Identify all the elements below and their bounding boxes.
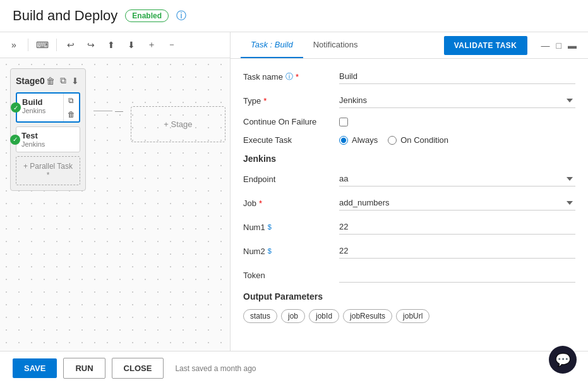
num2-input[interactable] — [339, 243, 575, 259]
undo-button[interactable]: ↩ — [62, 36, 80, 54]
num2-label: Num2 $ — [243, 247, 332, 256]
zoom-in-button[interactable]: ＋ — [143, 36, 160, 54]
task-name-label: Task name ⓘ * — [243, 71, 332, 82]
chat-icon: 💬 — [555, 352, 571, 367]
task-build[interactable]: ✓ Build Jenkins ⧉ 🗑 — [16, 92, 80, 123]
chevron-left-icon[interactable]: » — [5, 36, 23, 54]
continue-failure-checkbox[interactable] — [339, 118, 348, 126]
validate-task-button[interactable]: VALIDATE TASK — [444, 36, 527, 55]
new-stage-label: + Stage — [164, 119, 192, 129]
header-actions: VALIDATE TASK — □ ▬ — [444, 36, 578, 55]
always-radio[interactable] — [339, 136, 348, 145]
page-header: Build and Deploy Enabled ⓘ — [0, 0, 588, 32]
tab-notifications[interactable]: Notifications — [303, 32, 368, 58]
type-required: * — [263, 96, 267, 106]
task-test-status-icon: ✓ — [10, 135, 20, 145]
execute-task-row: Execute Task Always On Condition — [243, 135, 575, 145]
param-status: status — [243, 309, 277, 323]
connector-line — [93, 111, 112, 111]
config-header: Task : Build Notifications VALIDATE TASK… — [231, 32, 588, 59]
minimize-button[interactable]: — — [540, 39, 551, 52]
jenkins-section-heading: Jenkins — [243, 154, 575, 164]
param-jobresults: jobResults — [343, 309, 392, 323]
stage-actions: 🗑 ⧉ ⬇ — [45, 74, 80, 87]
download-icon[interactable]: ⬇ — [123, 36, 140, 54]
param-joburl: jobUrl — [396, 309, 429, 323]
execute-task-label: Execute Task — [243, 135, 332, 145]
token-label: Token — [243, 271, 332, 280]
stage-delete-button[interactable]: 🗑 — [45, 74, 56, 87]
param-job: job — [281, 309, 305, 323]
main-content: » ⌨ ↩ ↪ ⬆ ⬇ ＋ － Stage0 🗑 ⧉ — [0, 32, 588, 351]
stage-export-button[interactable]: ⬇ — [70, 74, 80, 87]
close-button[interactable]: CLOSE — [112, 358, 164, 379]
parallel-task-label: + Parallel Task * — [23, 162, 73, 180]
task-build-content: Build Jenkins — [17, 94, 63, 121]
endpoint-row: Endpoint aa — [243, 171, 575, 186]
config-panel: Task : Build Notifications VALIDATE TASK… — [231, 32, 588, 351]
stage-connector-group: — — [93, 106, 123, 116]
keyboard-icon[interactable]: ⌨ — [33, 36, 51, 54]
enabled-badge: Enabled — [125, 9, 169, 22]
restore-button[interactable]: □ — [555, 39, 563, 52]
job-row: Job * add_numbers — [243, 195, 575, 211]
redo-button[interactable]: ↪ — [82, 36, 100, 54]
task-test-type: Jenkins — [21, 140, 75, 148]
parallel-task-area[interactable]: + Parallel Task * — [16, 156, 80, 185]
execute-task-radio-group: Always On Condition — [339, 135, 448, 145]
on-condition-option[interactable]: On Condition — [388, 135, 448, 145]
save-button[interactable]: SAVE — [13, 358, 57, 378]
task-test[interactable]: ✓ Test Jenkins — [16, 126, 80, 152]
task-name-row: Task name ⓘ * — [243, 69, 575, 84]
token-input[interactable] — [339, 267, 575, 283]
token-row: Token — [243, 267, 575, 283]
param-jobid: jobId — [309, 309, 339, 323]
run-button[interactable]: RUN — [63, 358, 105, 379]
stage-copy-button[interactable]: ⧉ — [59, 74, 68, 87]
num2-row: Num2 $ — [243, 243, 575, 259]
footer: SAVE RUN CLOSE Last saved a month ago — [0, 351, 588, 385]
output-params-section: Output Parameters status job jobId jobRe… — [243, 291, 575, 323]
task-build-copy-btn[interactable]: ⧉ — [64, 94, 79, 107]
type-label: Type * — [243, 96, 332, 106]
separator — [28, 39, 28, 51]
job-select[interactable]: add_numbers — [339, 195, 575, 211]
task-build-status-icon: ✓ — [11, 102, 21, 113]
num2-dollar-icon: $ — [268, 247, 272, 255]
num1-input[interactable] — [339, 219, 575, 235]
output-params-list: status job jobId jobResults jobUrl — [243, 309, 575, 323]
stage-box: Stage0 🗑 ⧉ ⬇ ✓ Build Jenkins — [10, 68, 86, 191]
stage-header: Stage0 🗑 ⧉ ⬇ — [16, 74, 80, 87]
info-icon[interactable]: ⓘ — [176, 9, 186, 23]
task-build-delete-btn[interactable]: 🗑 — [64, 107, 79, 121]
chat-bubble[interactable]: 💬 — [549, 346, 577, 374]
maximize-button[interactable]: ▬ — [567, 39, 578, 52]
zoom-out-button[interactable]: － — [163, 36, 181, 54]
page-title: Build and Deploy — [13, 8, 117, 24]
continue-failure-label: Continue On Failure — [243, 117, 332, 126]
always-option[interactable]: Always — [339, 135, 378, 145]
endpoint-select[interactable]: aa — [339, 171, 575, 186]
num1-row: Num1 $ — [243, 219, 575, 235]
upload-icon[interactable]: ⬆ — [102, 36, 120, 54]
task-build-type: Jenkins — [22, 107, 58, 114]
tab-task[interactable]: Task : Build — [241, 32, 303, 58]
toolbar: » ⌨ ↩ ↪ ⬆ ⬇ ＋ － — [0, 32, 230, 58]
continue-failure-row: Continue On Failure — [243, 117, 575, 126]
type-select[interactable]: Jenkins — [339, 93, 575, 108]
last-saved-text: Last saved a month ago — [175, 364, 256, 373]
new-stage-button[interactable]: + Stage — [131, 106, 225, 142]
task-name-input[interactable] — [339, 69, 575, 84]
required-mark: * — [296, 72, 299, 82]
stage-container: Stage0 🗑 ⧉ ⬇ ✓ Build Jenkins — [10, 68, 220, 191]
on-condition-radio[interactable] — [388, 136, 397, 145]
num1-label: Num1 $ — [243, 223, 332, 232]
config-body: Task name ⓘ * Type * Jenkins Continue On… — [231, 59, 588, 351]
task-name-info-icon: ⓘ — [285, 71, 293, 82]
pipeline-canvas: Stage0 🗑 ⧉ ⬇ ✓ Build Jenkins — [0, 58, 230, 351]
new-stage-group: + Stage — [131, 94, 225, 142]
canvas-panel: » ⌨ ↩ ↪ ⬆ ⬇ ＋ － Stage0 🗑 ⧉ — [0, 32, 231, 351]
output-params-heading: Output Parameters — [243, 291, 575, 302]
task-build-name: Build — [22, 97, 58, 107]
type-row: Type * Jenkins — [243, 93, 575, 108]
